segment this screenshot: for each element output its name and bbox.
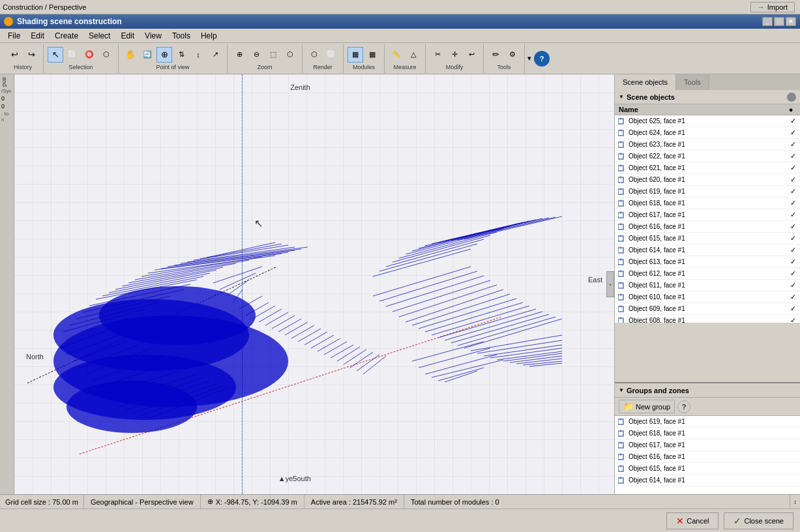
menu-edit[interactable]: Edit	[25, 30, 50, 42]
orbit-tool[interactable]: 🔄	[140, 47, 155, 63]
measure-btn2[interactable]: △	[406, 47, 421, 63]
obj-row[interactable]: Object 622, face #1 ✓	[615, 151, 800, 162]
menu-select[interactable]: Select	[83, 30, 115, 42]
groups-list[interactable]: Object 619, face #1 Object 618, face #1 …	[615, 416, 800, 494]
maximize-button[interactable]: □	[774, 17, 784, 26]
menu-file[interactable]: File	[3, 30, 25, 42]
obj-row[interactable]: Object 608, face #1 ✓	[615, 315, 800, 323]
obj-name: Object 617, face #1	[629, 211, 788, 218]
svg-line-97	[412, 226, 510, 251]
obj-name: Object 616, face #1	[629, 223, 788, 230]
help-button[interactable]: ?	[534, 51, 550, 66]
close-button[interactable]: ✕	[786, 17, 796, 26]
modify-btn3[interactable]: ↩	[464, 47, 479, 63]
menu-help[interactable]: Help	[196, 30, 222, 42]
cursor-tool[interactable]: ↖	[48, 47, 63, 63]
obj-check: ✓	[788, 246, 797, 254]
lasso-tool[interactable]: ⭕	[81, 47, 97, 63]
rect-select-tool[interactable]: ⬜	[65, 47, 80, 63]
3d-scene-svg	[14, 74, 614, 494]
modules-btn2[interactable]: ▦	[364, 47, 380, 63]
obj-row[interactable]: Object 619, face #1 ✓	[615, 186, 800, 198]
tools-btn2[interactable]: ⚙	[505, 47, 520, 63]
modules-btn1[interactable]: ▦	[348, 47, 363, 63]
tools-btn1[interactable]: ✏	[488, 47, 503, 63]
svg-line-21	[76, 296, 171, 319]
tab-scene-objects[interactable]: Scene objects	[615, 74, 676, 90]
render-3d-button[interactable]: ⬡	[306, 47, 322, 63]
undo-button[interactable]: ↩	[7, 47, 22, 63]
obj-link-icon	[617, 293, 627, 302]
minimize-button[interactable]: _	[762, 17, 773, 26]
zoom-fit-button[interactable]: ⬚	[265, 47, 281, 63]
scene-objects-header[interactable]: ▼ Scene objects	[615, 90, 800, 104]
obj-link-icon	[617, 175, 627, 185]
svg-line-20	[70, 303, 158, 325]
cancel-button[interactable]: ✕ Cancel	[666, 512, 719, 529]
svg-line-77	[445, 312, 542, 340]
svg-line-98	[419, 224, 516, 248]
grp-row[interactable]: Object 618, face #1	[615, 428, 800, 439]
svg-line-31	[141, 257, 262, 276]
scene-objects-title: Scene objects	[627, 93, 675, 101]
grp-row[interactable]: Object 617, face #1	[615, 439, 800, 451]
grp-row[interactable]: Object 614, face #1	[615, 475, 800, 486]
menu-tools[interactable]: Tools	[167, 30, 196, 42]
pov-btn5[interactable]: ↕	[190, 47, 206, 63]
modify-btn1[interactable]: ✂	[430, 47, 445, 63]
pov-btn6[interactable]: ↗	[207, 47, 223, 63]
zoom-in-button[interactable]: ⊕	[231, 47, 247, 63]
status-indicator: ↕	[790, 495, 800, 509]
toolbar-dropdown-arrow[interactable]: ▾	[527, 54, 531, 63]
measure-btn1[interactable]: 📏	[389, 47, 404, 63]
grp-row[interactable]: Object 619, face #1	[615, 416, 800, 428]
obj-row[interactable]: Object 612, face #1 ✓	[615, 268, 800, 280]
import-button[interactable]: → Import	[750, 2, 795, 12]
obj-row[interactable]: Object 611, face #1 ✓	[615, 280, 800, 291]
groups-help-button[interactable]: ?	[677, 400, 690, 413]
close-scene-icon: ✓	[733, 516, 741, 526]
svg-line-29	[128, 263, 236, 283]
obj-row[interactable]: Object 614, face #1 ✓	[615, 244, 800, 256]
obj-row[interactable]: Object 615, face #1 ✓	[615, 233, 800, 244]
menu-edit2[interactable]: Edit	[115, 30, 140, 42]
modify-btn2[interactable]: ✛	[447, 47, 462, 63]
obj-row[interactable]: Object 616, face #1 ✓	[615, 221, 800, 233]
obj-check: ✓	[788, 187, 797, 196]
menu-view[interactable]: View	[140, 30, 167, 42]
svg-line-56	[304, 332, 327, 345]
svg-line-13	[112, 374, 197, 400]
obj-row[interactable]: Object 617, face #1 ✓	[615, 209, 800, 221]
obj-row[interactable]: Object 610, face #1 ✓	[615, 291, 800, 303]
groups-zones-title: Groups and zones	[627, 387, 689, 394]
grp-row[interactable]: Object 616, face #1	[615, 451, 800, 463]
tab-tools[interactable]: Tools	[676, 74, 709, 90]
render-2d-button[interactable]: ⬜	[323, 47, 339, 63]
obj-row[interactable]: Object 621, face #1 ✓	[615, 162, 800, 174]
pov-active[interactable]: ⊕	[156, 47, 172, 63]
new-group-button[interactable]: 📁 New group	[619, 400, 675, 413]
groups-zones-header[interactable]: ▼ Groups and zones	[615, 383, 800, 398]
svg-line-86	[503, 353, 562, 361]
obj-row[interactable]: Object 624, face #1 ✓	[615, 127, 800, 139]
menu-create[interactable]: Create	[50, 30, 83, 42]
scene-objects-icon	[787, 93, 796, 102]
modify-label: Modify	[446, 64, 464, 70]
zoom-out-button[interactable]: ⊖	[248, 47, 264, 63]
redo-button[interactable]: ↪	[23, 47, 39, 63]
viewport-scroll-arrow[interactable]: ›	[606, 271, 614, 297]
obj-row[interactable]: Object 625, face #1 ✓	[615, 115, 800, 127]
obj-row[interactable]: Object 613, face #1 ✓	[615, 256, 800, 268]
zoom-box-button[interactable]: ⬡	[282, 47, 298, 63]
obj-row[interactable]: Object 623, face #1 ✓	[615, 139, 800, 151]
close-scene-button[interactable]: ✓ Close scene	[724, 512, 793, 529]
pov-btn4[interactable]: ⇅	[173, 47, 189, 63]
obj-row[interactable]: Object 618, face #1 ✓	[615, 198, 800, 209]
obj-name: Object 615, face #1	[629, 235, 788, 242]
obj-row[interactable]: Object 620, face #1 ✓	[615, 174, 800, 186]
objects-list[interactable]: Object 625, face #1 ✓ Object 624, face #…	[615, 115, 800, 323]
pan-tool[interactable]: ✋	[123, 47, 138, 63]
obj-row[interactable]: Object 609, face #1 ✓	[615, 303, 800, 315]
poly-select-tool[interactable]: ⬡	[98, 47, 114, 63]
grp-row[interactable]: Object 615, face #1	[615, 463, 800, 475]
